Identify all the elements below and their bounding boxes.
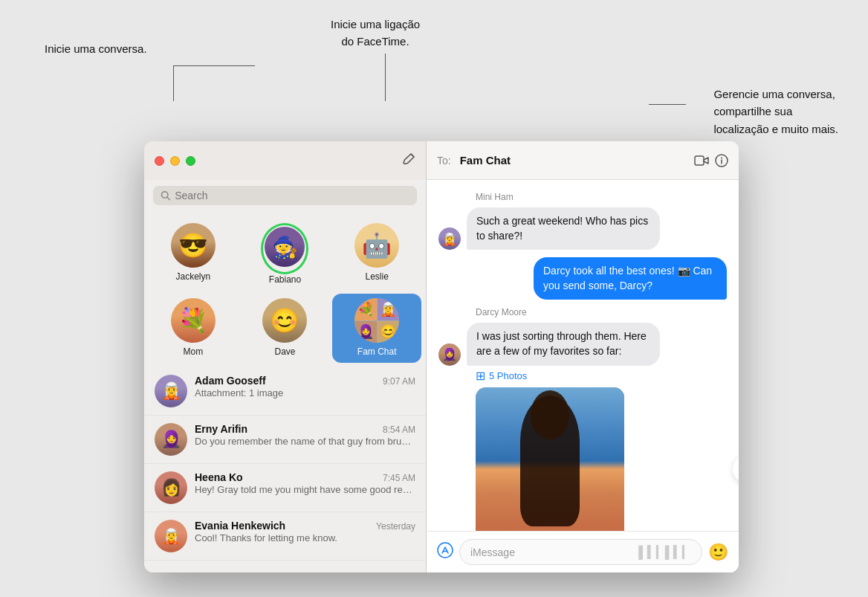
pin-label-jackelyn: Jackelyn — [175, 271, 210, 282]
pin-jackelyn[interactable]: 😎 Jackelyn — [149, 219, 238, 291]
app-window: 😎 Jackelyn 🧙 Fabiano 🤖 — [144, 141, 739, 572]
convo-header-heena: Heena Ko 7:45 AM — [195, 471, 415, 483]
search-bar[interactable] — [153, 186, 417, 205]
convo-time-evania: Yesterday — [376, 521, 415, 532]
pinned-contacts: 😎 Jackelyn 🧙 Fabiano 🤖 — [144, 211, 426, 367]
convo-evania[interactable]: 🧝 Evania Henkewich Yesterday Cool! Thank… — [144, 512, 426, 561]
minimize-button[interactable] — [170, 156, 180, 166]
sidebar-titlebar — [144, 141, 426, 180]
svg-point-6 — [438, 543, 453, 558]
annotation-facetime: Inicie uma ligação do FaceTime. — [331, 16, 420, 50]
annotation-start-conversation: Inicie uma conversa. — [45, 41, 147, 58]
svg-line-1 — [167, 197, 169, 199]
emoji-button[interactable]: 🙂 — [708, 543, 728, 562]
convo-header-adam: Adam Gooseff 9:07 AM — [195, 375, 415, 387]
msg-avatar-miniham: 🧝 — [438, 227, 461, 250]
message-group-miniham: Mini Ham 🧝 Such a great weekend! Who has… — [438, 192, 727, 250]
photos-label[interactable]: ⊞ 5 Photos — [476, 369, 727, 383]
message-row-3: 🧕 I was just sorting through them. Here … — [438, 323, 727, 365]
pin-label-mom: Mom — [183, 346, 203, 357]
grid-icon: ⊞ — [476, 369, 485, 383]
convo-preview-erny: Do you remember the name of that guy fro… — [195, 436, 415, 447]
convo-name-heena: Heena Ko — [195, 471, 243, 483]
info-button[interactable] — [715, 154, 728, 167]
avatar-heena: 👩 — [155, 471, 187, 504]
close-button[interactable] — [155, 156, 164, 166]
waveform-icon: ▌▍▎▌▍▎ — [638, 545, 691, 559]
page-wrapper: Inicie uma conversa. Inicie uma ligação … — [0, 0, 868, 597]
convo-name-evania: Evania Henkewich — [195, 520, 285, 532]
convo-content-evania: Evania Henkewich Yesterday Cool! Thanks … — [195, 520, 415, 543]
sender-darcy: Darcy Moore — [476, 307, 727, 317]
compose-button[interactable] — [402, 152, 415, 170]
pin-famchat[interactable]: 💐 🧝 🧕 😊 Fam Chat — [332, 294, 421, 363]
convo-content-erny: Erny Arifin 8:54 AM Do you remember the … — [195, 423, 415, 447]
photo-content — [476, 387, 624, 531]
photos-count: 5 Photos — [489, 370, 527, 381]
conversation-list: 🧝 Adam Gooseff 9:07 AM Attachment: 1 ima… — [144, 367, 426, 572]
pin-label-famchat: Fam Chat — [357, 346, 397, 357]
convo-preview-evania: Cool! Thanks for letting me know. — [195, 532, 415, 543]
sender-miniham: Mini Ham — [476, 192, 727, 202]
pin-label-fabiano: Fabiano — [269, 274, 301, 285]
pin-label-dave: Dave — [274, 346, 295, 357]
avatar-famchat: 💐 🧝 🧕 😊 — [354, 298, 399, 343]
svg-rect-2 — [695, 156, 704, 165]
convo-preview-adam: Attachment: 1 image — [195, 387, 415, 398]
bubble-1: Such a great weekend! Who has pics to sh… — [467, 207, 660, 250]
convo-time-heena: 7:45 AM — [383, 473, 415, 483]
message-input-field[interactable]: iMessage ▌▍▎▌▍▎ — [459, 539, 702, 565]
message-group-darcy: Darcy Moore 🧕 I was just sorting through… — [438, 307, 727, 531]
silhouette-head — [531, 390, 569, 439]
bubble-2: Darcy took all the best ones! 📷 Can you … — [534, 257, 727, 300]
avatar-erny: 🧕 — [155, 423, 187, 456]
ann-line-facetime — [385, 54, 386, 101]
chat-input-bar: iMessage ▌▍▎▌▍▎ 🙂 — [427, 531, 739, 572]
convo-preview-heena: Hey! Gray told me you might have some go… — [195, 484, 415, 495]
convo-name-adam: Adam Gooseff — [195, 375, 266, 387]
facetime-button[interactable] — [694, 155, 709, 167]
message-row-1: 🧝 Such a great weekend! Who has pics to … — [438, 207, 727, 250]
convo-header-erny: Erny Arifin 8:54 AM — [195, 423, 415, 435]
message-row-2: Darcy took all the best ones! 📷 Can you … — [438, 257, 727, 300]
search-input[interactable] — [175, 190, 409, 201]
avatar-adam: 🧝 — [155, 375, 187, 407]
ann-line-h-1 — [173, 65, 255, 66]
chat-title: Fam Chat — [460, 154, 688, 167]
svg-point-5 — [721, 157, 722, 158]
message-group-me: Darcy took all the best ones! 📷 Can you … — [438, 257, 727, 300]
convo-erny[interactable]: 🧕 Erny Arifin 8:54 AM Do you remember th… — [144, 416, 426, 464]
pin-dave[interactable]: 😊 Dave — [241, 294, 330, 363]
photo-share-button[interactable] — [733, 456, 739, 483]
sidebar: 😎 Jackelyn 🧙 Fabiano 🤖 — [144, 141, 427, 572]
bubble-3: I was just sorting through them. Here ar… — [467, 323, 660, 365]
input-placeholder: iMessage — [470, 546, 515, 558]
maximize-button[interactable] — [186, 156, 195, 166]
fabiano-ring: 🧙 — [261, 223, 308, 274]
convo-heena[interactable]: 👩 Heena Ko 7:45 AM Hey! Gray told me you… — [144, 464, 426, 512]
chat-titlebar: To: Fam Chat — [427, 141, 739, 180]
convo-time-erny: 8:54 AM — [383, 425, 415, 435]
photo-preview[interactable] — [476, 387, 624, 531]
avatar-jackelyn: 😎 — [171, 223, 216, 268]
pin-leslie[interactable]: 🤖 Leslie — [332, 219, 421, 291]
chat-to-label: To: — [437, 155, 451, 167]
ann-line-1 — [173, 65, 174, 101]
pin-fabiano[interactable]: 🧙 Fabiano — [241, 219, 330, 291]
convo-adam[interactable]: 🧝 Adam Gooseff 9:07 AM Attachment: 1 ima… — [144, 367, 426, 416]
avatar-evania: 🧝 — [155, 520, 187, 552]
convo-header-evania: Evania Henkewich Yesterday — [195, 520, 415, 532]
ann-line-manage — [649, 104, 686, 105]
pin-label-leslie: Leslie — [365, 271, 388, 282]
pin-mom[interactable]: 💐 Mom — [149, 294, 238, 363]
chat-area: To: Fam Chat — [427, 141, 739, 572]
convo-content-heena: Heena Ko 7:45 AM Hey! Gray told me you m… — [195, 471, 415, 495]
msg-avatar-darcy: 🧕 — [438, 343, 461, 366]
avatar-dave: 😊 — [262, 298, 307, 343]
convo-time-adam: 9:07 AM — [383, 376, 415, 387]
photo-message: ⊞ 5 Photos — [476, 369, 727, 531]
convo-content-adam: Adam Gooseff 9:07 AM Attachment: 1 image — [195, 375, 415, 398]
photo-area-wrap — [476, 387, 727, 531]
convo-name-erny: Erny Arifin — [195, 423, 247, 435]
appstore-button[interactable] — [437, 542, 453, 563]
